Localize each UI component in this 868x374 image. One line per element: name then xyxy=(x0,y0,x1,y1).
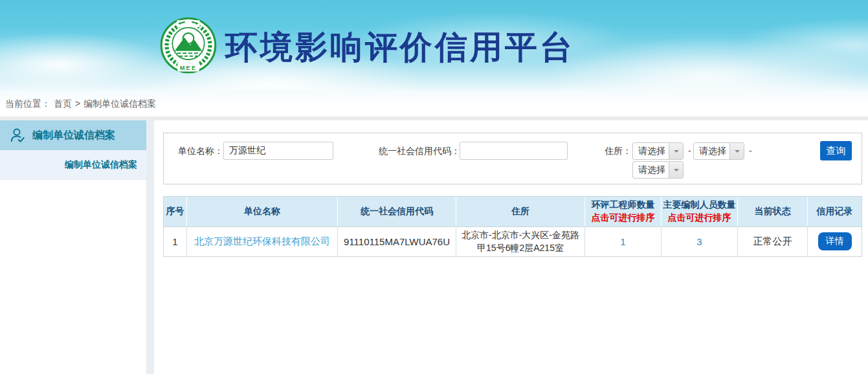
engineers-sort-hint[interactable]: 点击可进行排序 xyxy=(585,212,661,224)
chevron-down-icon[interactable] xyxy=(669,162,683,178)
engineer-count-link[interactable]: 1 xyxy=(620,236,625,247)
site-header: MEE 环境影响评价信用平台 xyxy=(0,0,868,91)
page-title: 环境影响评价信用平台 xyxy=(225,26,575,69)
sidebar: 编制单位诚信档案 编制单位诚信档案 xyxy=(0,120,146,180)
svg-text:MEE: MEE xyxy=(180,65,197,71)
sidebar-subitem-credit-archive[interactable]: 编制单位诚信档案 xyxy=(0,150,146,180)
address-dash-1: - xyxy=(688,142,691,160)
detail-button[interactable]: 详情 xyxy=(818,232,852,250)
breadcrumb-separator: > xyxy=(75,98,80,109)
breadcrumb-prefix: 当前位置： xyxy=(5,98,50,109)
city-select-value: 请选择 xyxy=(694,143,729,159)
row-index: 1 xyxy=(164,226,187,256)
company-name-link[interactable]: 北京万源世纪环保科技有限公司 xyxy=(194,236,330,247)
user-check-icon xyxy=(9,127,26,144)
main-content: 单位名称： 统一社会信用代码： 住所： 请选择 - 请选择 - 请选择 查询 xyxy=(154,120,868,374)
company-name-label: 单位名称： xyxy=(178,142,223,160)
address-city-select[interactable]: 请选择 xyxy=(693,142,744,160)
status-text: 正常公开 xyxy=(738,226,808,256)
query-button[interactable]: 查询 xyxy=(820,141,852,160)
company-name-input[interactable] xyxy=(223,142,333,160)
staff-header-label: 主要编制人员数量 xyxy=(662,199,737,211)
mee-logo-icon: MEE xyxy=(160,17,217,74)
col-header-address: 住所 xyxy=(456,197,585,226)
chevron-down-icon[interactable] xyxy=(669,143,683,159)
col-header-credit: 信用记录 xyxy=(808,197,862,226)
credit-code-value: 91110115MA7LWUA76U xyxy=(338,226,456,256)
col-header-status: 当前状态 xyxy=(738,197,808,226)
table-header-row: 序号 单位名称 统一社会信用代码 住所 环评工程师数量 点击可进行排序 主要编制… xyxy=(164,197,862,226)
address-district-select[interactable]: 请选择 xyxy=(632,161,684,179)
breadcrumb-current: 编制单位诚信档案 xyxy=(83,98,156,109)
col-header-company: 单位名称 xyxy=(187,197,338,226)
col-header-engineers-sortable[interactable]: 环评工程师数量 点击可进行排序 xyxy=(585,197,662,226)
col-header-staff-sortable[interactable]: 主要编制人员数量 点击可进行排序 xyxy=(662,197,738,226)
col-header-index: 序号 xyxy=(164,197,187,226)
breadcrumb-home-link[interactable]: 首页 xyxy=(54,98,72,109)
search-form: 单位名称： 统一社会信用代码： 住所： 请选择 - 请选择 - 请选择 查询 xyxy=(163,133,862,184)
sidebar-content-divider xyxy=(146,120,154,374)
page-body: 编制单位诚信档案 编制单位诚信档案 单位名称： 统一社会信用代码： 住所： 请选… xyxy=(0,120,868,374)
address-label: 住所： xyxy=(605,142,632,160)
credit-code-input[interactable] xyxy=(460,142,568,160)
table-row: 1 北京万源世纪环保科技有限公司 91110115MA7LWUA76U 北京市-… xyxy=(164,226,862,256)
sidebar-item-label: 编制单位诚信档案 xyxy=(32,129,115,142)
engineers-header-label: 环评工程师数量 xyxy=(585,199,661,211)
col-header-code: 统一社会信用代码 xyxy=(338,197,456,226)
staff-count-link[interactable]: 3 xyxy=(696,236,702,247)
sidebar-subitem-label: 编制单位诚信档案 xyxy=(65,159,137,171)
breadcrumb: 当前位置：首页>编制单位诚信档案 xyxy=(0,91,868,116)
chevron-down-icon[interactable] xyxy=(729,143,744,159)
province-select-value: 请选择 xyxy=(633,143,669,159)
credit-code-label: 统一社会信用代码： xyxy=(379,142,460,160)
staff-sort-hint[interactable]: 点击可进行排序 xyxy=(662,212,737,224)
address-dash-2: - xyxy=(749,142,752,160)
address-province-select[interactable]: 请选择 xyxy=(632,142,684,160)
sidebar-item-credit-archive[interactable]: 编制单位诚信档案 xyxy=(0,120,146,150)
district-select-value: 请选择 xyxy=(633,162,669,178)
results-table: 序号 单位名称 统一社会信用代码 住所 环评工程师数量 点击可进行排序 主要编制… xyxy=(163,196,862,257)
address-value: 北京市-北京市-大兴区-金苑路甲15号6幢2层A215室 xyxy=(456,226,585,256)
